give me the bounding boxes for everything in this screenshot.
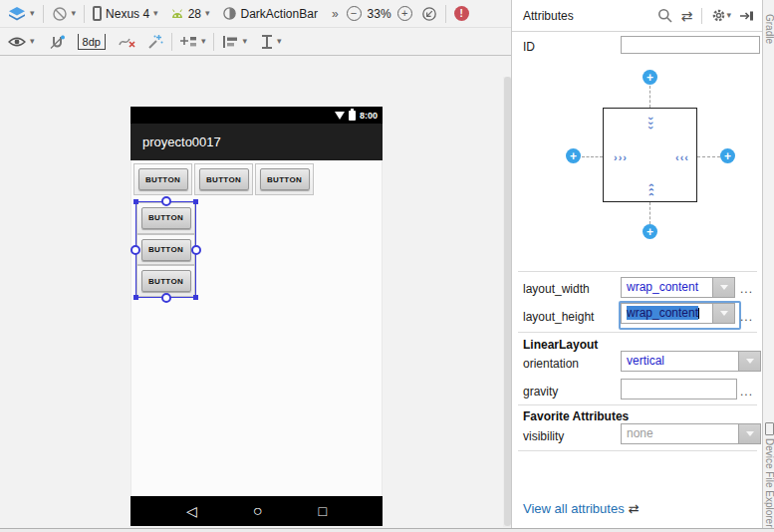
clear-constraints-icon: [118, 34, 136, 49]
default-margins-button[interactable]: 8dp: [78, 34, 106, 50]
attributes-panel: Attributes ⇄ ▾ ID ››› ››› ››› ‹‹‹ +: [512, 0, 762, 528]
gravity-more-button[interactable]: ...: [740, 385, 753, 399]
id-input[interactable]: [621, 36, 760, 54]
selected-text: wrap_content: [627, 306, 698, 320]
gravity-input[interactable]: [621, 379, 737, 399]
button-label: BUTTON: [260, 168, 310, 190]
chevron-down-icon: ▾: [201, 37, 206, 46]
button-widget[interactable]: BUTTON: [133, 163, 192, 195]
chevron-down-icon: [746, 359, 754, 364]
pack-button[interactable]: ▾: [180, 35, 206, 49]
visibility-value: none: [622, 424, 738, 443]
visibility-label: visibility: [523, 429, 564, 443]
plus-icon: +: [724, 150, 731, 162]
button-widget[interactable]: BUTTON: [255, 163, 314, 195]
nav-recents-icon[interactable]: □: [318, 504, 326, 518]
header-divider: [701, 8, 702, 24]
dropdown-button[interactable]: [738, 352, 760, 371]
plus-icon: +: [401, 8, 407, 19]
plus-icon: +: [646, 72, 653, 84]
layout-height-more-button[interactable]: ...: [740, 310, 753, 324]
switch-view-button[interactable]: ⇄: [681, 8, 693, 24]
orientation-label: orientation: [523, 357, 579, 371]
navigation-bar: ◁ ○ □: [130, 496, 383, 526]
section-linearlayout: LinearLayout: [523, 338, 598, 352]
minus-icon: −: [351, 8, 357, 19]
constraint-box[interactable]: ››› ››› ››› ‹‹‹: [603, 108, 697, 202]
dropdown-button[interactable]: [738, 424, 760, 443]
dropdown-button[interactable]: [712, 278, 734, 297]
battery-icon: [349, 111, 356, 121]
layout-height-value: wrap_content: [622, 304, 712, 323]
chevron-down-icon: [746, 431, 754, 436]
button-label: BUTTON: [141, 270, 191, 292]
horizontal-button-row: BUTTON BUTTON BUTTON: [133, 163, 314, 195]
hide-panel-button[interactable]: [740, 10, 754, 22]
view-options-button[interactable]: ▾: [8, 36, 35, 48]
zoom-in-button[interactable]: +: [397, 6, 412, 21]
nav-home-icon[interactable]: ○: [253, 503, 263, 519]
layout-width-combo[interactable]: wrap_content: [621, 277, 735, 298]
scrollbar-thumb[interactable]: [504, 77, 511, 526]
add-constraint-top-button[interactable]: +: [643, 70, 657, 85]
device-label: Nexus 4: [106, 7, 149, 21]
zoom-fit-button[interactable]: [421, 6, 437, 22]
autoconnect-toggle[interactable]: [49, 34, 66, 50]
clear-constraints-button[interactable]: [118, 34, 136, 49]
add-constraint-right-button[interactable]: +: [720, 148, 735, 163]
add-constraint-left-button[interactable]: +: [566, 148, 581, 163]
settings-button[interactable]: ▾: [711, 8, 731, 23]
layout-height-combo[interactable]: wrap_content: [621, 303, 735, 324]
api-selector[interactable]: 28 ▾: [170, 7, 210, 21]
eye-icon: [8, 36, 26, 48]
design-canvas[interactable]: 8:00 proyecto0017 BUTTON BUTTON BUTTON B…: [0, 56, 511, 528]
hide-right-icon: [740, 10, 754, 22]
constraint-line: [649, 202, 650, 224]
chevron-down-icon: ▾: [726, 11, 731, 20]
orientation-icon: [52, 6, 68, 22]
device-preview: 8:00 proyecto0017 BUTTON BUTTON BUTTON B…: [130, 107, 383, 526]
chevron-down-icon: ▾: [153, 9, 158, 18]
overflow-chevrons-icon[interactable]: »: [332, 7, 339, 21]
add-constraint-bottom-button[interactable]: +: [643, 224, 657, 239]
infer-constraints-button[interactable]: [146, 34, 163, 50]
orientation-button[interactable]: ▾: [52, 6, 77, 22]
design-toolbar: ▾ ▾ Nexus 4 ▾ 28 ▾ DarkActionBar » − 33%…: [0, 0, 519, 28]
layout-width-more-button[interactable]: ...: [740, 282, 753, 296]
view-all-attributes-link[interactable]: View all attributes ⇄: [523, 501, 640, 516]
android-studio-layout-editor: ▾ ▾ Nexus 4 ▾ 28 ▾ DarkActionBar » − 33%…: [0, 0, 774, 532]
tool-window-device-explorer[interactable]: Device File Explorer: [764, 438, 774, 527]
search-button[interactable]: [657, 8, 672, 23]
id-label: ID: [523, 40, 535, 54]
distribute-button[interactable]: ▾: [261, 35, 282, 49]
orientation-value: vertical: [622, 352, 738, 371]
section-favorites: Favorite Attributes: [523, 409, 629, 423]
screen-content: BUTTON BUTTON BUTTON BUTTON BUTTON BUTTO…: [130, 160, 383, 496]
error-badge[interactable]: !: [454, 6, 469, 21]
nav-back-icon[interactable]: ◁: [186, 504, 197, 518]
theme-selector[interactable]: DarkActionBar: [222, 6, 318, 21]
visibility-combo[interactable]: none: [621, 423, 761, 444]
wrap-chevrons-bottom: ›››: [645, 182, 656, 196]
plus-icon: +: [570, 150, 577, 162]
chevron-down-icon: ▾: [30, 37, 35, 46]
zoom-level: 33%: [368, 7, 391, 21]
section-separator: [518, 332, 757, 333]
button-widget[interactable]: BUTTON: [136, 234, 195, 266]
align-button[interactable]: ▾: [222, 36, 247, 48]
button-widget[interactable]: BUTTON: [136, 202, 195, 234]
design-surface-button[interactable]: ▾: [8, 6, 35, 21]
layers-icon: [8, 6, 26, 21]
device-selector[interactable]: Nexus 4 ▾: [93, 6, 158, 21]
selected-linearlayout[interactable]: BUTTON BUTTON BUTTON: [136, 202, 195, 297]
dropdown-button[interactable]: [712, 304, 734, 323]
button-widget[interactable]: BUTTON: [136, 265, 195, 297]
status-bar: 8:00: [130, 107, 383, 124]
toolbar-divider: [171, 33, 172, 51]
orientation-combo[interactable]: vertical: [621, 351, 761, 372]
tool-window-gradle[interactable]: Gradle: [764, 14, 774, 44]
zoom-out-button[interactable]: −: [347, 6, 362, 21]
chevron-down-icon: [720, 285, 728, 290]
button-label: BUTTON: [141, 239, 191, 261]
button-widget[interactable]: BUTTON: [194, 163, 253, 195]
